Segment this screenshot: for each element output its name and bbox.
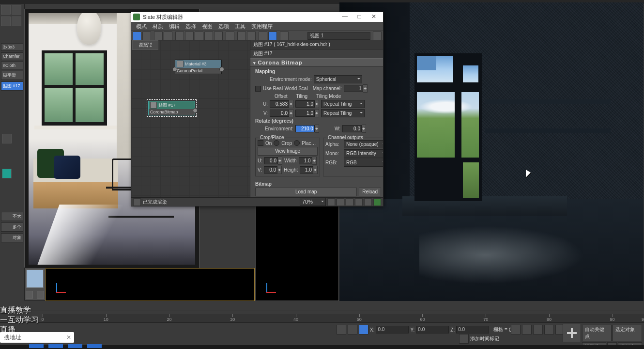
viewport-left[interactable] — [256, 206, 339, 301]
show-map-icon[interactable] — [214, 32, 223, 40]
next-frame-icon[interactable] — [544, 325, 554, 334]
crop-width-input[interactable] — [299, 157, 312, 164]
spinner-arrows[interactable] — [312, 157, 317, 165]
spinner-arrows[interactable] — [289, 109, 293, 117]
env-mode-dropdown[interactable]: Spherical — [314, 75, 362, 83]
menu-utilities[interactable]: 实用程序 — [249, 22, 275, 31]
taskbar-item[interactable] — [48, 344, 63, 348]
prev-frame-icon[interactable] — [522, 325, 532, 334]
real-world-scale-checkbox[interactable] — [255, 86, 261, 92]
mono-dropdown[interactable]: RGB Intensity — [344, 149, 383, 158]
rollout-corona-bitmap[interactable]: Corona Bitmap — [250, 58, 383, 67]
layout-auto-icon[interactable] — [195, 32, 203, 40]
pan-icon[interactable] — [327, 198, 335, 206]
options-icon[interactable] — [247, 32, 256, 40]
minimize-button[interactable]: — — [337, 13, 352, 21]
u-offset-input[interactable] — [270, 100, 289, 108]
spinner-arrows[interactable] — [315, 100, 319, 108]
w-rotation-input[interactable] — [342, 125, 362, 132]
layout-icon[interactable] — [355, 198, 363, 206]
crop-on-checkbox[interactable] — [258, 140, 263, 146]
panel-tool-icon[interactable] — [2, 134, 12, 143]
panel-tab-icon[interactable] — [1, 5, 11, 15]
crop-v-input[interactable] — [264, 166, 277, 174]
preview-icon[interactable] — [237, 32, 246, 40]
add-time-tag-label[interactable]: 添加时间标记 — [470, 335, 499, 342]
menu-mode[interactable]: 模式 — [134, 22, 149, 31]
move-children-icon[interactable] — [175, 32, 184, 40]
nav-icon[interactable] — [259, 32, 267, 40]
timeline[interactable]: 010203040506070809095 — [0, 311, 644, 323]
assign-material-icon[interactable] — [154, 32, 163, 40]
coord-z[interactable]: 0.0 — [456, 326, 489, 333]
window-titlebar[interactable]: Slate 材质编辑器 — □ ✕ — [131, 12, 383, 22]
graph-tab[interactable]: 视图 1 — [132, 40, 158, 50]
u-tiling-input[interactable] — [295, 100, 315, 108]
view-name-input[interactable] — [307, 32, 370, 40]
spinner-arrows[interactable] — [313, 166, 318, 174]
crop-height-input[interactable] — [300, 166, 313, 174]
time-tag-icon[interactable] — [459, 334, 469, 344]
select-tool-icon[interactable] — [133, 32, 141, 40]
crop-u-input[interactable] — [264, 157, 278, 164]
search-icon[interactable] — [280, 32, 289, 40]
modifier-item[interactable]: Chamfer — [1, 52, 23, 60]
zoom-dropdown[interactable]: 70% — [300, 198, 326, 206]
panel-tab-icon[interactable] — [12, 16, 21, 26]
node-output-socket[interactable] — [219, 67, 224, 72]
play-icon[interactable] — [533, 325, 543, 334]
pick-material-icon[interactable] — [142, 32, 151, 40]
background-icon[interactable] — [226, 32, 234, 40]
menu-select[interactable]: 选择 — [184, 22, 198, 31]
selection-filter-button[interactable]: 选定对象 — [613, 325, 642, 341]
modifier-item-selected[interactable]: 贴图 #17 — [1, 81, 23, 91]
goto-start-icon[interactable] — [511, 325, 521, 334]
zoom-extents-icon[interactable] — [346, 198, 353, 206]
nav-icon[interactable] — [268, 32, 277, 40]
menu-material[interactable]: 材质 — [151, 22, 165, 31]
layout-icon[interactable] — [204, 32, 213, 40]
close-button[interactable]: ✕ — [367, 13, 381, 21]
map-channel-input[interactable] — [344, 85, 363, 92]
dropdown-icon[interactable] — [373, 32, 382, 40]
time-ruler[interactable]: 010203040506070809095 — [43, 314, 644, 322]
add-key-button[interactable] — [563, 324, 581, 342]
spinner-arrows[interactable] — [289, 100, 293, 108]
render-viewport[interactable]: [+] [Camera001] [标准] [边面] — [339, 2, 644, 301]
delete-icon[interactable] — [164, 32, 172, 40]
overlay-search-pill[interactable]: 搜地址 ✕ — [0, 332, 74, 343]
place-radio[interactable] — [294, 140, 300, 146]
maximize-button[interactable]: □ — [352, 13, 367, 21]
spinner-arrows[interactable] — [315, 109, 319, 117]
options-icon[interactable] — [364, 198, 372, 206]
render-icon[interactable] — [373, 198, 381, 206]
view-image-button[interactable]: View Image — [258, 147, 318, 156]
rgb-dropdown[interactable]: RGB — [344, 159, 383, 167]
panel-tab-icon[interactable] — [12, 5, 21, 15]
panel-tab-icon[interactable] — [1, 16, 11, 26]
menu-tools[interactable]: 工具 — [233, 22, 247, 31]
taskbar-item[interactable] — [68, 344, 82, 348]
lock-icon[interactable] — [348, 325, 357, 334]
spinner-arrows[interactable] — [277, 166, 282, 174]
node-bitmap-selected[interactable]: 贴图 #17 CoronaBitmap — [148, 101, 195, 115]
v-tiling-input[interactable] — [295, 110, 315, 117]
panel-tool-icon[interactable] — [2, 169, 12, 178]
spinner-arrows[interactable] — [315, 125, 319, 133]
v-offset-input[interactable] — [270, 110, 289, 117]
env-rotation-input[interactable] — [295, 125, 315, 132]
snap-toggle-icon[interactable] — [337, 325, 346, 334]
coord-x[interactable]: 0.0 — [376, 326, 409, 333]
auto-key-button[interactable]: 自动关键点 — [582, 325, 612, 341]
node-graph[interactable]: 视图 1 Material #3 CoronaPortal... 贴图 #17 … — [131, 40, 250, 197]
node-output-socket[interactable] — [193, 108, 198, 113]
hide-children-icon[interactable] — [185, 32, 194, 40]
modifier-item[interactable]: 3x3x3 — [1, 43, 23, 51]
reload-button[interactable]: Reload — [359, 188, 381, 196]
spinner-arrows[interactable] — [278, 157, 282, 165]
taskbar-item[interactable] — [87, 344, 102, 348]
selection-lock-icon[interactable] — [359, 325, 368, 334]
modifier-item[interactable]: nCloth — [1, 62, 23, 69]
menu-view[interactable]: 视图 — [200, 22, 215, 31]
load-map-button[interactable]: Load map — [255, 188, 357, 196]
